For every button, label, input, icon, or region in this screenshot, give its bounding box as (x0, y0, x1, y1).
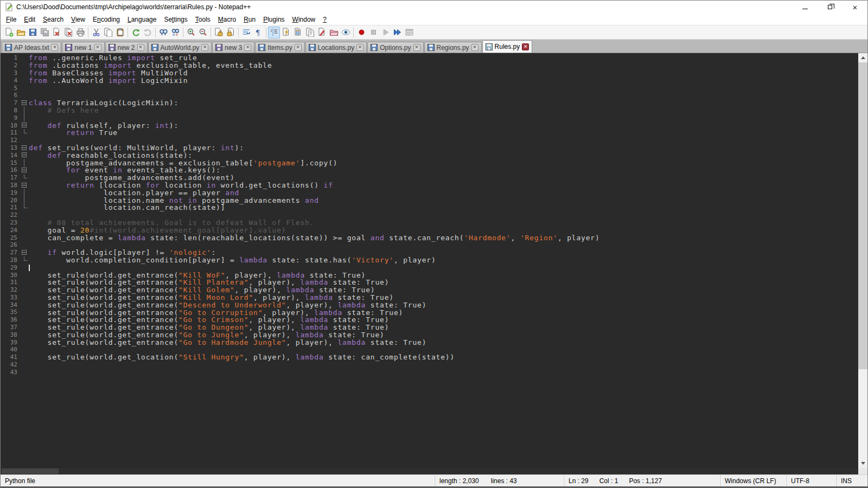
menu-view[interactable]: View (67, 15, 89, 24)
code-line-39[interactable]: 39 set_rule(world.get_entrance("Go to Ha… (1, 338, 858, 346)
code-line-12[interactable]: 12 (1, 137, 858, 144)
fold-collapse-icon[interactable] (22, 123, 27, 127)
tab-close-icon[interactable]: ✕ (522, 43, 529, 50)
code-line-15[interactable]: 15 postgame_advancements = exclusion_tab… (1, 159, 858, 166)
fold-margin[interactable] (20, 249, 29, 256)
code-line-9[interactable]: 9 (1, 114, 858, 121)
code-line-42[interactable]: 42 (1, 361, 858, 369)
code-line-21[interactable]: 21 location.can_reach(state)] (1, 204, 858, 211)
sync-horizontal-scroll-button[interactable] (225, 27, 237, 38)
redo-button[interactable] (142, 27, 154, 38)
vertical-scrollbar[interactable] (858, 53, 867, 468)
fold-collapse-icon[interactable] (22, 183, 27, 188)
tab-ap-ideas-txt[interactable]: AP Ideas.txt✕ (2, 42, 61, 53)
menu-file[interactable]: File (2, 15, 20, 24)
document-list-button[interactable] (304, 27, 316, 38)
code-line-25[interactable]: 25 can_complete = lambda state: len(reac… (1, 234, 858, 241)
code-line-37[interactable]: 37 set_rule(world.get_entrance("Go to Du… (1, 324, 858, 331)
monitoring-button[interactable] (340, 27, 352, 38)
print-button[interactable] (74, 27, 86, 38)
menu-macro[interactable]: Macro (214, 15, 240, 24)
minimize-button[interactable] (793, 1, 818, 14)
code-view[interactable]: 1from ..generic.Rules import set_rule2fr… (1, 53, 858, 468)
macro-stop-button[interactable] (367, 27, 379, 38)
code-line-29[interactable]: 29 (1, 264, 858, 271)
tab-close-icon[interactable]: ✕ (137, 44, 144, 51)
code-line-41[interactable]: 41 set_rule(world.get_location("Still Hu… (1, 354, 858, 361)
tab-items-py[interactable]: Items.py✕ (255, 42, 304, 53)
status-cursor-position[interactable]: Ln : 29 Col : 1 Pos : 1,127 (564, 475, 720, 486)
code-line-34[interactable]: 34 set_rule(world.get_entrance("Descend … (1, 301, 858, 309)
menu-settings[interactable]: Settings (160, 15, 191, 24)
folder-as-workspace-button[interactable] (328, 27, 340, 38)
function-list-button[interactable] (280, 27, 292, 38)
menu-plugins[interactable]: Plugins (259, 15, 288, 24)
fold-margin[interactable] (20, 151, 29, 159)
code-line-11[interactable]: 11 return True (1, 129, 858, 137)
macro-run-multiple-button[interactable] (391, 27, 403, 38)
copy-button[interactable] (102, 27, 114, 38)
code-line-6[interactable]: 6 (1, 92, 858, 99)
code-line-35[interactable]: 35 set_rule(world.get_entrance("Go to Co… (1, 309, 858, 316)
tab-close-icon[interactable]: ✕ (94, 44, 101, 51)
zoom-out-button[interactable] (197, 27, 209, 38)
fold-margin[interactable] (20, 99, 29, 107)
show-all-characters-button[interactable]: ¶ (252, 27, 264, 38)
code-line-33[interactable]: 33 set_rule(world.get_entrance("Kill Moo… (1, 294, 858, 301)
menu-language[interactable]: Language (124, 15, 160, 24)
code-line-1[interactable]: 1from ..generic.Rules import set_rule (1, 54, 858, 62)
sync-vertical-scroll-button[interactable] (213, 27, 225, 38)
scroll-up-arrow[interactable] (858, 53, 867, 62)
macro-record-button[interactable] (355, 27, 367, 38)
document-map-button[interactable] (292, 27, 304, 38)
close-file-button[interactable] (50, 27, 62, 38)
code-line-7[interactable]: 7class TerrariaLogic(LogicMixin): (1, 99, 858, 107)
file-browser-button[interactable] (316, 27, 328, 38)
save-all-button[interactable] (39, 27, 50, 38)
code-line-28[interactable]: 28 world.completion_condition[player] = … (1, 256, 858, 264)
tab-close-icon[interactable]: ✕ (471, 44, 478, 51)
new-file-button[interactable] (3, 27, 15, 38)
menu-edit[interactable]: Edit (20, 15, 39, 24)
code-line-18[interactable]: 18 return [location for location in worl… (1, 182, 858, 189)
menu-search[interactable]: Search (39, 15, 67, 24)
code-line-40[interactable]: 40 (1, 346, 858, 354)
code-line-36[interactable]: 36 set_rule(world.get_entrance("Go to Cr… (1, 316, 858, 324)
fold-margin[interactable] (20, 182, 29, 189)
code-line-10[interactable]: 10 def rule(self, player: int): (1, 121, 858, 129)
tab-close-icon[interactable]: ✕ (356, 44, 363, 51)
cut-button[interactable] (90, 27, 102, 38)
open-file-button[interactable] (15, 27, 27, 38)
horizontal-scrollbar-thumb[interactable] (2, 468, 59, 474)
scroll-down-arrow[interactable] (858, 459, 867, 468)
close-all-button[interactable] (62, 27, 74, 38)
fold-margin[interactable] (20, 166, 29, 174)
fold-collapse-icon[interactable] (22, 168, 27, 172)
close-button[interactable]: × (843, 1, 867, 14)
status-eol-format[interactable]: Windows (CR LF) (720, 475, 787, 486)
code-line-17[interactable]: 17 postgame_advancements.add(event) (1, 174, 858, 182)
horizontal-scrollbar[interactable] (1, 468, 858, 474)
code-line-8[interactable]: 8 # Defs here (1, 107, 858, 114)
code-line-38[interactable]: 38 set_rule(world.get_entrance("Go to Ju… (1, 331, 858, 338)
code-line-5[interactable]: 5 (1, 84, 858, 92)
word-wrap-button[interactable] (240, 27, 252, 38)
code-line-16[interactable]: 16 for event in events_table.keys(): (1, 166, 858, 174)
code-line-20[interactable]: 20 location.name not in postgame_advance… (1, 196, 858, 204)
macro-play-button[interactable] (379, 27, 391, 38)
fold-collapse-icon[interactable] (22, 152, 27, 157)
save-file-button[interactable] (27, 27, 39, 38)
status-insert-mode[interactable]: INS (837, 475, 867, 486)
menu-help[interactable]: ? (319, 15, 330, 24)
tab-new-3[interactable]: new 3✕ (212, 42, 254, 53)
vertical-scrollbar-thumb[interactable] (858, 62, 867, 369)
tab-rules-py[interactable]: Rules.py✕ (482, 40, 533, 53)
code-line-31[interactable]: 31 set_rule(world.get_entrance("Kill Pla… (1, 279, 858, 286)
fold-collapse-icon[interactable] (22, 250, 27, 255)
undo-button[interactable] (130, 27, 142, 38)
menu-window[interactable]: Window (289, 15, 320, 24)
code-line-13[interactable]: 13def set_rules(world: MultiWorld, playe… (1, 144, 858, 152)
code-line-43[interactable]: 43 (1, 368, 858, 376)
tab-regions-py[interactable]: Regions.py✕ (424, 42, 482, 53)
tab-close-icon[interactable]: ✕ (244, 44, 251, 51)
